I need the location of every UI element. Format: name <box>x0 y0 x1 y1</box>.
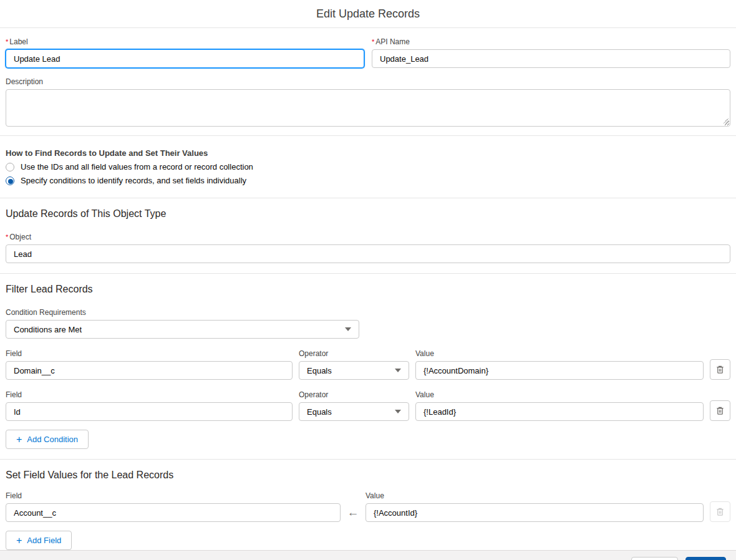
add-condition-button[interactable]: + Add Condition <box>6 430 89 449</box>
how-to-find-heading: How to Find Records to Update and Set Th… <box>6 148 730 158</box>
api-name-field-label: *API Name <box>372 37 730 47</box>
divider <box>0 198 736 198</box>
condition-requirements-group: Condition Requirements Conditions are Me… <box>6 307 730 339</box>
chevron-down-icon <box>395 410 401 413</box>
object-field-group: *Object <box>6 232 730 263</box>
divider <box>0 273 736 274</box>
plus-icon: + <box>16 435 22 445</box>
set-fields-heading: Set Field Values for the Lead Records <box>6 470 730 481</box>
required-asterisk: * <box>372 38 374 46</box>
value-column-label: Value <box>415 349 704 359</box>
trash-icon <box>715 406 725 415</box>
value-column-label: Value <box>366 491 704 501</box>
condition-operator-select[interactable]: Equals <box>299 361 409 380</box>
add-field-button[interactable]: + Add Field <box>6 531 72 550</box>
condition-value-input[interactable] <box>415 402 704 421</box>
required-asterisk: * <box>6 38 8 46</box>
radio-icon[interactable] <box>6 176 14 185</box>
radio-option-conditions[interactable]: Specify conditions to identify records, … <box>6 176 730 185</box>
set-field-row: Field ← Value <box>6 491 730 522</box>
api-name-input[interactable] <box>372 49 730 68</box>
trash-icon <box>715 365 725 374</box>
modal-body: *Label *API Name Description How to Find… <box>0 28 736 550</box>
plus-icon: + <box>16 536 22 546</box>
cancel-button[interactable]: Cancel <box>631 557 677 560</box>
chevron-down-icon <box>395 369 401 372</box>
delete-condition-button[interactable] <box>710 400 730 421</box>
value-column-label: Value <box>415 390 704 400</box>
add-field-label: Add Field <box>27 536 61 545</box>
condition-requirements-select[interactable]: Conditions are Met <box>6 320 359 339</box>
modal-footer: Cancel Done <box>0 550 736 560</box>
label-field-group: *Label <box>6 37 364 68</box>
done-button[interactable]: Done <box>685 557 726 560</box>
trash-icon <box>715 507 725 516</box>
delete-condition-button[interactable] <box>710 359 730 380</box>
label-field-label: *Label <box>6 37 364 47</box>
condition-field-input[interactable] <box>6 402 293 421</box>
divider <box>0 135 736 136</box>
filter-section-heading: Filter Lead Records <box>6 284 730 295</box>
label-input[interactable] <box>6 49 364 68</box>
radio-option-label: Specify conditions to identify records, … <box>21 176 246 185</box>
selected-option-label: Conditions are Met <box>14 325 82 334</box>
divider <box>0 459 736 460</box>
radio-icon[interactable] <box>6 163 14 171</box>
condition-row: Field Operator Equals Value <box>6 349 730 380</box>
condition-row: Field Operator Equals Value <box>6 390 730 421</box>
condition-requirements-label: Condition Requirements <box>6 307 730 317</box>
description-textarea[interactable] <box>6 89 730 127</box>
condition-field-input[interactable] <box>6 361 293 380</box>
field-column-label: Field <box>6 349 293 359</box>
object-type-section: Update Records of This Object Type *Obje… <box>6 208 730 263</box>
chevron-down-icon <box>345 327 351 331</box>
description-field-label: Description <box>6 77 730 87</box>
condition-value-input[interactable] <box>415 361 704 380</box>
selected-option-label: Equals <box>307 366 332 375</box>
delete-field-button-disabled <box>710 501 730 522</box>
description-field-group: Description <box>6 77 730 127</box>
set-value-input[interactable] <box>366 503 704 522</box>
object-input[interactable] <box>6 244 730 263</box>
field-column-label: Field <box>6 390 293 400</box>
modal-header: Edit Update Records <box>0 0 736 28</box>
selected-option-label: Equals <box>307 407 332 417</box>
object-field-label: *Object <box>6 232 730 242</box>
object-section-heading: Update Records of This Object Type <box>6 208 730 220</box>
set-field-values-section: Set Field Values for the Lead Records Fi… <box>6 470 730 550</box>
set-field-input[interactable] <box>6 503 341 522</box>
operator-column-label: Operator <box>299 390 409 400</box>
required-asterisk: * <box>6 233 8 241</box>
condition-operator-select[interactable]: Equals <box>299 402 409 421</box>
radio-option-ids[interactable]: Use the IDs and all field values from a … <box>6 162 730 171</box>
add-condition-label: Add Condition <box>27 435 78 444</box>
operator-column-label: Operator <box>299 349 409 359</box>
filter-section: Filter Lead Records Condition Requiremen… <box>6 284 730 449</box>
field-column-label: Field <box>6 491 341 501</box>
page-title: Edit Update Records <box>316 7 420 21</box>
radio-option-label: Use the IDs and all field values from a … <box>21 162 253 171</box>
how-to-find-section: How to Find Records to Update and Set Th… <box>6 148 730 185</box>
left-arrow-icon: ← <box>341 503 366 522</box>
api-name-field-group: *API Name <box>372 37 730 68</box>
